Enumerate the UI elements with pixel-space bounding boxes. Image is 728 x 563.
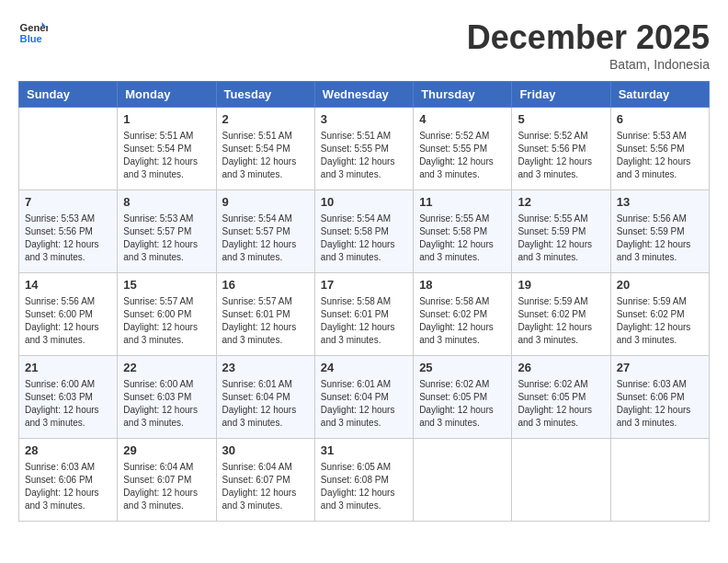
day-number: 15 [123, 277, 210, 293]
day-number: 21 [25, 360, 111, 376]
day-info: Sunrise: 5:51 AM Sunset: 5:55 PM Dayligh… [321, 130, 407, 181]
calendar-cell: 28Sunrise: 6:03 AM Sunset: 6:06 PM Dayli… [19, 439, 118, 522]
calendar-cell: 2Sunrise: 5:51 AM Sunset: 5:54 PM Daylig… [216, 108, 314, 190]
day-info: Sunrise: 6:03 AM Sunset: 6:06 PM Dayligh… [25, 461, 111, 512]
calendar-cell: 7Sunrise: 5:53 AM Sunset: 5:56 PM Daylig… [19, 190, 118, 273]
calendar-cell: 13Sunrise: 5:56 AM Sunset: 5:59 PM Dayli… [610, 190, 709, 273]
calendar-cell [19, 108, 118, 190]
day-number: 3 [321, 111, 407, 128]
day-number: 27 [617, 360, 703, 376]
day-info: Sunrise: 5:58 AM Sunset: 6:01 PM Dayligh… [321, 295, 407, 347]
calendar-cell: 9Sunrise: 5:54 AM Sunset: 5:57 PM Daylig… [216, 190, 314, 273]
calendar-cell: 29Sunrise: 6:04 AM Sunset: 6:07 PM Dayli… [118, 439, 216, 522]
day-info: Sunrise: 5:59 AM Sunset: 6:02 PM Dayligh… [617, 295, 703, 347]
day-info: Sunrise: 5:51 AM Sunset: 5:54 PM Dayligh… [123, 130, 210, 181]
day-info: Sunrise: 6:04 AM Sunset: 6:07 PM Dayligh… [222, 461, 309, 512]
day-header-monday: Monday [118, 82, 216, 108]
day-info: Sunrise: 6:04 AM Sunset: 6:07 PM Dayligh… [123, 461, 210, 512]
calendar-cell: 23Sunrise: 6:01 AM Sunset: 6:04 PM Dayli… [216, 356, 314, 439]
day-header-thursday: Thursday [414, 82, 512, 108]
day-info: Sunrise: 5:56 AM Sunset: 6:00 PM Dayligh… [25, 295, 111, 347]
day-header-saturday: Saturday [610, 82, 709, 108]
day-number: 6 [617, 111, 703, 128]
calendar-cell: 16Sunrise: 5:57 AM Sunset: 6:01 PM Dayli… [216, 273, 314, 356]
day-info: Sunrise: 6:02 AM Sunset: 6:05 PM Dayligh… [419, 378, 506, 430]
calendar-cell: 27Sunrise: 6:03 AM Sunset: 6:06 PM Dayli… [610, 356, 709, 439]
day-number: 11 [419, 194, 506, 211]
calendar-cell: 10Sunrise: 5:54 AM Sunset: 5:58 PM Dayli… [314, 190, 413, 273]
month-title: December 2025 [467, 18, 710, 57]
calendar-cell: 24Sunrise: 6:01 AM Sunset: 6:04 PM Dayli… [314, 356, 413, 439]
day-info: Sunrise: 6:02 AM Sunset: 6:05 PM Dayligh… [518, 378, 604, 430]
day-info: Sunrise: 6:03 AM Sunset: 6:06 PM Dayligh… [617, 378, 703, 430]
day-number: 9 [222, 194, 309, 211]
calendar-cell: 12Sunrise: 5:55 AM Sunset: 5:59 PM Dayli… [512, 190, 610, 273]
calendar-cell: 1Sunrise: 5:51 AM Sunset: 5:54 PM Daylig… [118, 108, 216, 190]
day-number: 26 [518, 360, 604, 376]
day-info: Sunrise: 5:56 AM Sunset: 5:59 PM Dayligh… [617, 213, 703, 264]
logo-icon: General Blue [18, 18, 48, 48]
day-number: 29 [123, 442, 210, 459]
calendar-cell: 6Sunrise: 5:53 AM Sunset: 5:56 PM Daylig… [610, 108, 709, 190]
day-number: 17 [321, 277, 407, 293]
day-header-sunday: Sunday [19, 82, 118, 108]
calendar-table: SundayMondayTuesdayWednesdayThursdayFrid… [18, 81, 710, 522]
page-header: General Blue December 2025 Batam, Indone… [18, 18, 710, 72]
calendar-cell: 4Sunrise: 5:52 AM Sunset: 5:55 PM Daylig… [414, 108, 512, 190]
day-number: 13 [617, 194, 703, 211]
calendar-cell: 14Sunrise: 5:56 AM Sunset: 6:00 PM Dayli… [19, 273, 118, 356]
day-info: Sunrise: 6:01 AM Sunset: 6:04 PM Dayligh… [222, 378, 309, 430]
calendar-cell: 21Sunrise: 6:00 AM Sunset: 6:03 PM Dayli… [19, 356, 118, 439]
day-info: Sunrise: 6:01 AM Sunset: 6:04 PM Dayligh… [321, 378, 407, 430]
calendar-cell: 25Sunrise: 6:02 AM Sunset: 6:05 PM Dayli… [414, 356, 512, 439]
calendar-cell: 11Sunrise: 5:55 AM Sunset: 5:58 PM Dayli… [414, 190, 512, 273]
day-number: 14 [25, 277, 111, 293]
day-info: Sunrise: 5:57 AM Sunset: 6:00 PM Dayligh… [123, 295, 210, 347]
day-number: 12 [518, 194, 604, 211]
day-number: 7 [25, 194, 111, 211]
day-info: Sunrise: 5:54 AM Sunset: 5:57 PM Dayligh… [222, 213, 309, 264]
day-number: 4 [419, 111, 506, 128]
location: Batam, Indonesia [467, 57, 710, 72]
day-info: Sunrise: 5:54 AM Sunset: 5:58 PM Dayligh… [321, 213, 407, 264]
day-number: 23 [222, 360, 309, 376]
day-info: Sunrise: 6:00 AM Sunset: 6:03 PM Dayligh… [25, 378, 111, 430]
day-info: Sunrise: 5:53 AM Sunset: 5:57 PM Dayligh… [123, 213, 210, 264]
calendar-cell: 22Sunrise: 6:00 AM Sunset: 6:03 PM Dayli… [118, 356, 216, 439]
day-number: 28 [25, 442, 111, 459]
calendar-cell: 3Sunrise: 5:51 AM Sunset: 5:55 PM Daylig… [314, 108, 413, 190]
calendar-cell: 17Sunrise: 5:58 AM Sunset: 6:01 PM Dayli… [314, 273, 413, 356]
calendar-cell: 15Sunrise: 5:57 AM Sunset: 6:00 PM Dayli… [118, 273, 216, 356]
calendar-cell: 26Sunrise: 6:02 AM Sunset: 6:05 PM Dayli… [512, 356, 610, 439]
day-info: Sunrise: 5:59 AM Sunset: 6:02 PM Dayligh… [518, 295, 604, 347]
calendar-cell: 8Sunrise: 5:53 AM Sunset: 5:57 PM Daylig… [118, 190, 216, 273]
day-info: Sunrise: 5:57 AM Sunset: 6:01 PM Dayligh… [222, 295, 309, 347]
logo: General Blue [18, 18, 48, 48]
calendar-cell [512, 439, 610, 522]
day-info: Sunrise: 5:55 AM Sunset: 5:58 PM Dayligh… [419, 213, 506, 264]
day-info: Sunrise: 5:51 AM Sunset: 5:54 PM Dayligh… [222, 130, 309, 181]
svg-text:Blue: Blue [20, 33, 42, 44]
day-info: Sunrise: 6:05 AM Sunset: 6:08 PM Dayligh… [321, 461, 407, 512]
day-number: 30 [222, 442, 309, 459]
calendar-cell: 18Sunrise: 5:58 AM Sunset: 6:02 PM Dayli… [414, 273, 512, 356]
day-info: Sunrise: 5:53 AM Sunset: 5:56 PM Dayligh… [617, 130, 703, 181]
day-header-tuesday: Tuesday [216, 82, 314, 108]
day-number: 24 [321, 360, 407, 376]
calendar-cell: 5Sunrise: 5:52 AM Sunset: 5:56 PM Daylig… [512, 108, 610, 190]
title-block: December 2025 Batam, Indonesia [467, 18, 710, 72]
day-number: 8 [123, 194, 210, 211]
day-info: Sunrise: 5:58 AM Sunset: 6:02 PM Dayligh… [419, 295, 506, 347]
day-info: Sunrise: 6:00 AM Sunset: 6:03 PM Dayligh… [123, 378, 210, 430]
calendar-cell: 20Sunrise: 5:59 AM Sunset: 6:02 PM Dayli… [610, 273, 709, 356]
day-number: 16 [222, 277, 309, 293]
calendar-cell [610, 439, 709, 522]
calendar-cell: 19Sunrise: 5:59 AM Sunset: 6:02 PM Dayli… [512, 273, 610, 356]
day-header-wednesday: Wednesday [314, 82, 413, 108]
day-number: 5 [518, 111, 604, 128]
day-number: 31 [321, 442, 407, 459]
day-number: 20 [617, 277, 703, 293]
day-number: 18 [419, 277, 506, 293]
calendar-cell: 30Sunrise: 6:04 AM Sunset: 6:07 PM Dayli… [216, 439, 314, 522]
day-number: 2 [222, 111, 309, 128]
